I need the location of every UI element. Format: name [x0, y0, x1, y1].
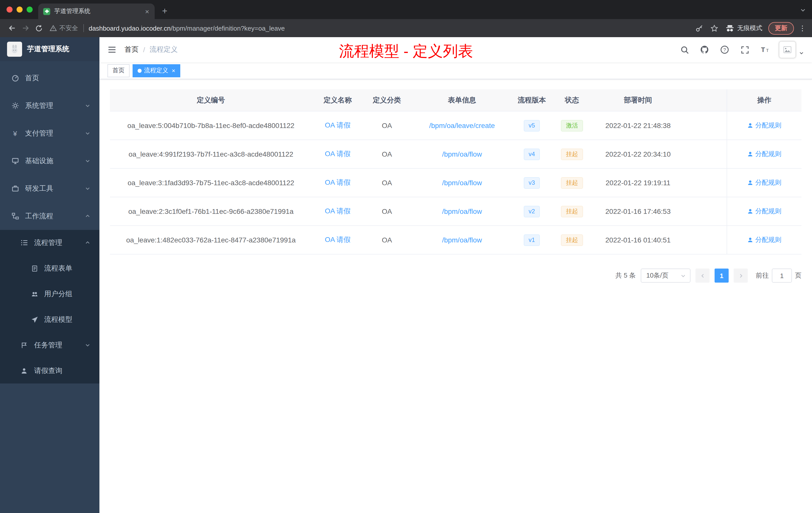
next-page-button[interactable]: [734, 269, 748, 282]
version-tag: v3: [523, 177, 540, 188]
page-content: 定义编号 定义名称 定义分类 表单信息 流程版本 状态 部署时间 操作 oa_l…: [99, 79, 812, 513]
assign-rule-link[interactable]: 分配规则: [747, 150, 781, 159]
fullscreen-icon[interactable]: [739, 44, 751, 56]
definition-name-link[interactable]: OA 请假: [325, 235, 351, 244]
sidebar-item-payment[interactable]: ¥ 支付管理: [0, 119, 99, 147]
sidebar-item-label: 工作流程: [25, 212, 85, 221]
site-security-info[interactable]: 不安全: [50, 24, 78, 32]
github-icon[interactable]: [698, 44, 710, 56]
column-header: 流程版本: [514, 89, 550, 111]
flag-icon: [20, 341, 28, 349]
update-button[interactable]: 更新: [768, 22, 794, 34]
new-tab-button[interactable]: +: [158, 4, 172, 18]
sidebar-item-task-management[interactable]: 任务管理: [0, 332, 99, 358]
avatar[interactable]: [779, 41, 796, 58]
zoom-window-button[interactable]: [27, 6, 33, 12]
column-header: 定义编号: [110, 89, 312, 111]
table-row: oa_leave:3:1fad3d93-7b75-11ec-a3c8-acde4…: [110, 169, 802, 197]
column-header: 表单信息: [410, 89, 514, 111]
close-window-button[interactable]: [6, 6, 12, 12]
sidebar-item-label: 流程管理: [34, 238, 85, 247]
sidebar-logo[interactable]: 芋道管理系统: [0, 37, 99, 61]
sidebar-item-workflow[interactable]: 工作流程: [0, 202, 99, 230]
password-key-icon[interactable]: [693, 22, 705, 35]
forward-icon[interactable]: [19, 21, 32, 35]
user-icon: [747, 208, 753, 214]
goto-label: 前往: [756, 271, 769, 280]
breadcrumb-home-link[interactable]: 首页: [124, 45, 139, 54]
tab-close-icon[interactable]: ×: [144, 7, 151, 15]
status-tag: 激活: [561, 120, 583, 131]
column-header: 部署时间: [594, 89, 682, 111]
chevron-up-icon: [85, 240, 90, 245]
svg-text:T: T: [766, 48, 768, 53]
sidebar-item-process-form[interactable]: 流程表单: [0, 255, 99, 281]
sidebar-item-label: 流程模型: [44, 315, 99, 324]
table-spacer: [682, 89, 727, 111]
form-info-link[interactable]: /bpm/oa/flow: [442, 207, 482, 215]
sidebar-item-user-group[interactable]: 用户分组: [0, 281, 99, 307]
prev-page-button[interactable]: [696, 269, 709, 282]
pagination: 共 5 条 10条/页 1 前往: [110, 269, 802, 282]
browser-tab[interactable]: 芋道管理系统 ×: [38, 3, 155, 19]
sidebar-item-infrastructure[interactable]: 基础设施: [0, 147, 99, 175]
definition-name-link[interactable]: OA 请假: [325, 207, 351, 216]
app-root: 芋道管理系统 首页 系统管理 ¥: [0, 37, 812, 513]
table-spacer: [682, 226, 727, 254]
minimize-window-button[interactable]: [17, 6, 23, 12]
table-spacer: [682, 197, 727, 225]
form-info-link[interactable]: /bpm/oa/flow: [442, 179, 482, 187]
tab-title: 芋道管理系统: [54, 7, 144, 16]
assign-rule-link[interactable]: 分配规则: [747, 121, 781, 130]
person-icon: [20, 367, 28, 375]
sidebar-item-leave-query[interactable]: 请假查询: [0, 358, 99, 384]
tag-process-definition[interactable]: 流程定义 ×: [133, 64, 180, 77]
browser-menu-icon[interactable]: ⋮: [798, 24, 807, 32]
url-bar[interactable]: dashboard.yudao.iocoder.cn/bpm/manager/d…: [89, 24, 285, 32]
tab-favicon-icon: [43, 8, 50, 15]
definition-name-link[interactable]: OA 请假: [325, 121, 351, 130]
definition-name-link[interactable]: OA 请假: [325, 150, 351, 159]
help-icon[interactable]: ?: [719, 44, 731, 56]
definition-category-cell: OA: [364, 112, 410, 140]
caret-down-icon[interactable]: [799, 51, 804, 56]
search-icon[interactable]: [678, 44, 691, 56]
definition-category-cell: OA: [364, 226, 410, 254]
goto-page-input[interactable]: [772, 269, 792, 282]
assign-rule-link[interactable]: 分配规则: [747, 235, 781, 244]
definition-name-link[interactable]: OA 请假: [325, 178, 351, 187]
definition-category-cell: OA: [364, 197, 410, 225]
deploy-time-cell: 2022-01-22 21:48:38: [594, 112, 682, 140]
tag-home[interactable]: 首页: [108, 64, 129, 77]
sidebar-item-dev-tools[interactable]: 研发工具: [0, 175, 99, 202]
page-size-select[interactable]: 10条/页: [641, 269, 691, 282]
sidebar-item-home[interactable]: 首页: [0, 64, 99, 92]
form-info-link[interactable]: /bpm/oa/flow: [442, 150, 482, 158]
sidebar-item-label: 请假查询: [34, 366, 99, 375]
table-header: 定义编号 定义名称 定义分类 表单信息 流程版本 状态 部署时间 操作: [110, 89, 802, 112]
column-header: 定义名称: [312, 89, 364, 111]
users-icon: [31, 291, 38, 297]
back-icon[interactable]: [5, 21, 19, 35]
table-body: oa_leave:5:004b710b-7b8a-11ec-8ef0-acde4…: [110, 112, 802, 254]
workflow-icon: [11, 212, 19, 220]
table-row: oa_leave:4:991f2193-7b7f-11ec-a3c8-acde4…: [110, 140, 802, 169]
svg-text:?: ?: [723, 47, 726, 53]
hamburger-icon[interactable]: [108, 45, 116, 54]
assign-rule-link[interactable]: 分配规则: [747, 207, 781, 216]
page-number-button[interactable]: 1: [715, 269, 729, 282]
form-info-link[interactable]: /bpm/oa/flow: [442, 236, 482, 244]
tag-close-icon[interactable]: ×: [171, 67, 175, 73]
font-size-icon[interactable]: TT: [759, 44, 771, 56]
sidebar-item-process-management[interactable]: 流程管理: [0, 230, 99, 255]
goto-unit: 页: [795, 271, 802, 280]
sidebar-item-label: 支付管理: [25, 129, 85, 138]
bookmark-star-icon[interactable]: [707, 22, 721, 35]
sidebar-item-label: 流程表单: [44, 264, 99, 273]
tab-search-caret-icon[interactable]: [800, 7, 806, 13]
sidebar-item-process-model[interactable]: 流程模型: [0, 307, 99, 332]
sidebar-item-system[interactable]: 系统管理: [0, 92, 99, 119]
assign-rule-link[interactable]: 分配规则: [747, 178, 781, 187]
form-info-link[interactable]: /bpm/oa/leave/create: [429, 121, 495, 129]
reload-icon[interactable]: [32, 21, 46, 35]
